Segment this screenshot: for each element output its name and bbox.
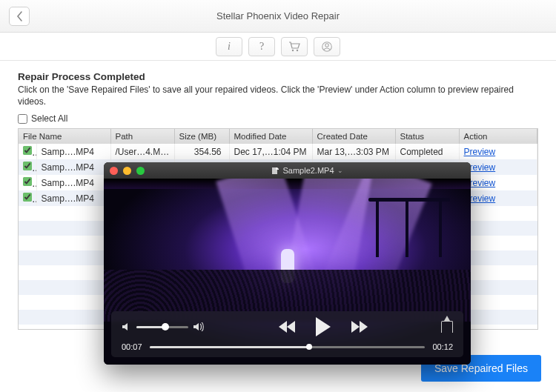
svg-point-1 [297,49,298,50]
page-subtext: Click on the 'Save Repaired Files' to sa… [18,84,538,107]
toolbar: i ? [0,33,556,61]
chevron-down-icon: ⌄ [337,167,343,174]
select-all-checkbox[interactable] [18,114,27,124]
time-elapsed: 00:07 [122,342,142,351]
zoom-traffic-light[interactable] [136,167,145,175]
info-icon: i [228,41,231,53]
row-checkbox[interactable] [23,162,32,170]
player-controls: 00:07 00:12 [111,311,463,357]
row-checkbox[interactable] [23,193,32,202]
select-all-label: Select All [31,113,67,124]
col-path[interactable]: Path [110,129,174,144]
preview-link[interactable]: Preview [464,147,496,157]
volume-low-icon [122,322,132,331]
row-checkbox[interactable] [23,146,32,155]
player-filename-wrap: Sample2.MP4 ⌄ [150,166,465,175]
video-preview-window[interactable]: Sample2.MP4 ⌄ [104,162,471,365]
select-all-row[interactable]: Select All [18,113,538,124]
window-titlebar: Stellar Phoenix Video Repair [0,0,556,33]
help-icon: ? [259,41,264,53]
row-checkbox[interactable] [23,177,32,186]
volume-high-icon [193,322,205,331]
cell-modified: Dec 17,…1:04 PM [229,144,312,159]
table-header: File Name Path Size (MB) Modified Date C… [19,129,537,144]
col-filename[interactable]: File Name [19,129,110,144]
chevron-left-icon [16,11,23,21]
col-modified[interactable]: Modified Date [229,129,312,144]
share-button[interactable] [441,321,453,333]
cart-button[interactable] [281,37,308,56]
volume-slider[interactable] [136,326,188,328]
cell-filename: Samp….MP4 [36,144,110,159]
cell-size: 354.56 [174,144,229,159]
col-action[interactable]: Action [459,129,537,144]
svg-point-3 [325,43,328,46]
forward-button[interactable] [350,320,368,333]
window-title: Stellar Phoenix Video Repair [0,10,556,21]
page-heading: Repair Process Completed [18,71,538,82]
player-titlebar[interactable]: Sample2.MP4 ⌄ [104,162,471,179]
user-button[interactable] [314,37,340,56]
cart-icon [288,41,300,52]
col-size[interactable]: Size (MB) [174,129,229,144]
player-filename: Sample2.MP4 [282,166,334,175]
col-status[interactable]: Status [395,129,459,144]
volume-control[interactable] [122,322,205,331]
cell-status: Completed [395,144,459,159]
time-total: 00:12 [432,342,453,351]
play-button[interactable] [316,317,331,336]
file-icon [271,167,279,175]
table-row[interactable]: Samp….MP4/User…4.MP4354.56Dec 17,…1:04 P… [19,144,537,159]
help-button[interactable]: ? [248,37,275,56]
col-created[interactable]: Created Date [312,129,395,144]
svg-point-0 [292,49,294,50]
cell-filename: Samp….MP4 [36,159,110,175]
cell-filename: Samp….MP4 [36,190,110,206]
info-button[interactable]: i [216,37,242,56]
rewind-button[interactable] [279,320,297,333]
back-button[interactable] [9,7,30,26]
video-frame[interactable]: 00:07 00:12 [104,179,471,365]
cell-created: Mar 13,…3:03 PM [312,144,395,159]
cell-path: /User…4.MP4 [110,144,174,159]
cell-filename: Samp….MP4 [36,175,110,190]
user-icon [321,41,333,53]
minimize-traffic-light[interactable] [123,167,131,175]
close-traffic-light[interactable] [110,167,118,175]
seek-slider[interactable] [150,346,426,348]
